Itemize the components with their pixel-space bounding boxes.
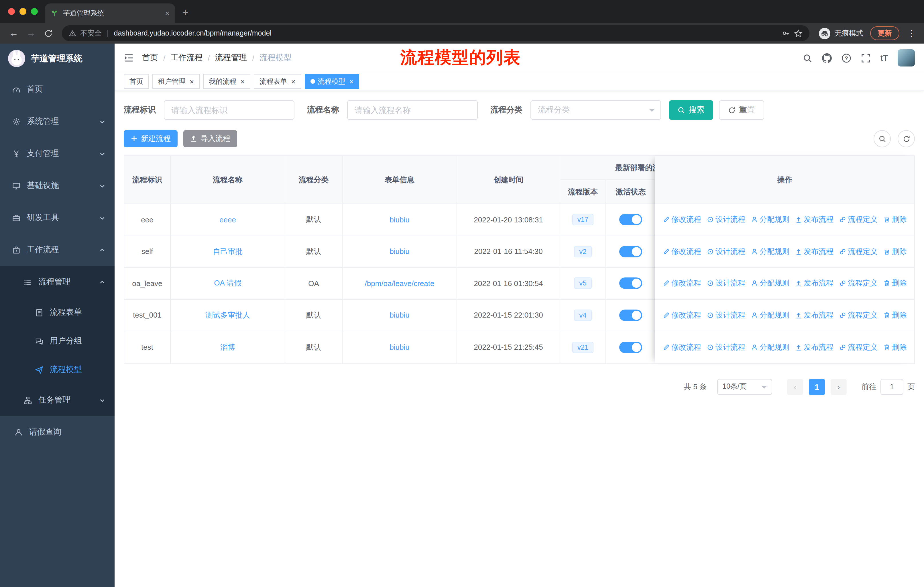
op-publish-link[interactable]: 发布流程	[795, 215, 833, 225]
op-assign-link[interactable]: 分配规则	[751, 246, 789, 257]
tag-home[interactable]: 首页	[124, 74, 149, 89]
sidebar-item-leave-query[interactable]: 请假查询	[0, 416, 115, 448]
process-name-link[interactable]: 自己审批	[213, 246, 243, 257]
reload-button[interactable]	[40, 25, 56, 41]
form-link[interactable]: biubiu	[389, 343, 409, 352]
sidebar-item-user-group[interactable]: 用户分组	[0, 327, 115, 356]
breadcrumb-workflow[interactable]: 工作流程	[170, 53, 203, 63]
form-link[interactable]: /bpm/oa/leave/create	[365, 279, 434, 288]
sidebar-item-process-model[interactable]: 流程模型	[0, 356, 115, 384]
prev-page-button[interactable]: ‹	[787, 379, 803, 395]
op-design-link[interactable]: 设计流程	[707, 246, 745, 257]
page-size-select[interactable]: 10条/页	[717, 379, 772, 395]
active-toggle[interactable]	[619, 309, 642, 321]
sidebar-item-devtools[interactable]: 研发工具	[0, 202, 115, 234]
op-delete-link[interactable]: 删除	[883, 246, 907, 257]
form-link[interactable]: biubiu	[389, 311, 409, 319]
op-publish-link[interactable]: 发布流程	[795, 310, 833, 321]
op-definition-link[interactable]: 流程定义	[839, 342, 878, 352]
op-definition-link[interactable]: 流程定义	[839, 215, 878, 225]
tag-process-model[interactable]: 流程模型×	[305, 74, 360, 89]
process-name-input[interactable]	[347, 100, 478, 120]
sidebar-item-home[interactable]: 首页	[0, 73, 115, 106]
op-delete-link[interactable]: 删除	[883, 342, 907, 352]
search-button[interactable]: 搜索	[669, 100, 713, 120]
browser-menu-icon[interactable]: ⋮	[908, 28, 916, 38]
reset-button[interactable]: 重置	[719, 100, 764, 120]
op-edit-link[interactable]: 修改流程	[663, 215, 701, 225]
breadcrumb-home[interactable]: 首页	[142, 53, 158, 63]
active-toggle[interactable]	[619, 246, 642, 257]
active-toggle[interactable]	[619, 214, 642, 226]
process-name-link[interactable]: 测试多审批人	[205, 310, 250, 321]
update-button[interactable]: 更新	[870, 26, 899, 40]
sidebar-item-process-mgmt[interactable]: 流程管理	[0, 266, 115, 298]
fullscreen-icon[interactable]	[861, 53, 871, 63]
op-publish-link[interactable]: 发布流程	[795, 342, 833, 352]
sidebar-item-infra[interactable]: 基础设施	[0, 170, 115, 202]
close-icon[interactable]: ×	[190, 78, 194, 85]
op-edit-link[interactable]: 修改流程	[663, 342, 701, 352]
op-design-link[interactable]: 设计流程	[707, 310, 745, 321]
refresh-button[interactable]	[898, 130, 915, 147]
op-definition-link[interactable]: 流程定义	[839, 278, 878, 289]
op-assign-link[interactable]: 分配规则	[751, 342, 789, 352]
font-size-icon[interactable]: tT	[881, 53, 888, 63]
page-1-button[interactable]: 1	[809, 379, 825, 395]
op-edit-link[interactable]: 修改流程	[663, 246, 701, 257]
next-page-button[interactable]: ›	[831, 379, 846, 395]
minimize-window-button[interactable]	[20, 8, 26, 15]
op-publish-link[interactable]: 发布流程	[795, 246, 833, 257]
op-delete-link[interactable]: 删除	[883, 278, 907, 289]
forward-button[interactable]: →	[23, 25, 39, 41]
op-edit-link[interactable]: 修改流程	[663, 278, 701, 289]
close-icon[interactable]: ×	[350, 78, 354, 85]
sidebar-item-workflow[interactable]: 工作流程	[0, 234, 115, 266]
sidebar-item-process-form[interactable]: 流程表单	[0, 298, 115, 327]
maximize-window-button[interactable]	[31, 8, 38, 15]
op-assign-link[interactable]: 分配规则	[751, 215, 789, 225]
op-publish-link[interactable]: 发布流程	[795, 278, 833, 289]
help-icon[interactable]: ?	[842, 53, 851, 63]
op-delete-link[interactable]: 删除	[883, 215, 907, 225]
category-select[interactable]: 流程分类	[530, 100, 661, 120]
close-icon[interactable]: ×	[291, 78, 295, 85]
search-icon[interactable]	[803, 53, 812, 63]
sidebar-item-payment[interactable]: 支付管理	[0, 137, 115, 170]
op-assign-link[interactable]: 分配规则	[751, 310, 789, 321]
browser-tab[interactable]: 芋道管理系统 ×	[45, 3, 175, 23]
bookmark-star-icon[interactable]	[794, 29, 803, 38]
tab-close-icon[interactable]: ×	[165, 9, 170, 17]
avatar[interactable]	[898, 49, 915, 66]
process-name-link[interactable]: 滔博	[220, 342, 235, 352]
close-window-button[interactable]	[8, 8, 15, 15]
tag-tenant-mgmt[interactable]: 租户管理×	[152, 74, 200, 89]
goto-page-input[interactable]	[881, 379, 903, 395]
app-logo-row[interactable]: 芋道管理系统	[0, 43, 115, 73]
toggle-search-button[interactable]	[874, 130, 891, 147]
op-edit-link[interactable]: 修改流程	[663, 310, 701, 321]
breadcrumb-process-mgmt[interactable]: 流程管理	[215, 53, 247, 63]
tag-process-form[interactable]: 流程表单×	[254, 74, 301, 89]
process-name-link[interactable]: eeee	[219, 215, 236, 224]
sidebar-item-system[interactable]: 系统管理	[0, 106, 115, 137]
process-name-link[interactable]: OA 请假	[214, 278, 241, 289]
form-link[interactable]: biubiu	[389, 215, 409, 224]
op-design-link[interactable]: 设计流程	[707, 215, 745, 225]
create-process-button[interactable]: 新建流程	[124, 130, 178, 147]
op-delete-link[interactable]: 删除	[883, 310, 907, 321]
op-design-link[interactable]: 设计流程	[707, 342, 745, 352]
active-toggle[interactable]	[619, 278, 642, 289]
active-toggle[interactable]	[619, 342, 642, 353]
warning-icon[interactable]	[69, 30, 76, 37]
github-icon[interactable]	[822, 53, 832, 63]
key-icon[interactable]	[782, 29, 790, 37]
close-icon[interactable]: ×	[240, 78, 244, 85]
op-design-link[interactable]: 设计流程	[707, 278, 745, 289]
back-button[interactable]: ←	[6, 25, 22, 41]
process-key-input[interactable]	[164, 100, 294, 120]
op-assign-link[interactable]: 分配规则	[751, 278, 789, 289]
address-bar[interactable]: 不安全 | dashboard.yudao.iocoder.cn/bpm/man…	[62, 25, 809, 41]
op-definition-link[interactable]: 流程定义	[839, 246, 878, 257]
sidebar-item-task-mgmt[interactable]: 任务管理	[0, 384, 115, 416]
